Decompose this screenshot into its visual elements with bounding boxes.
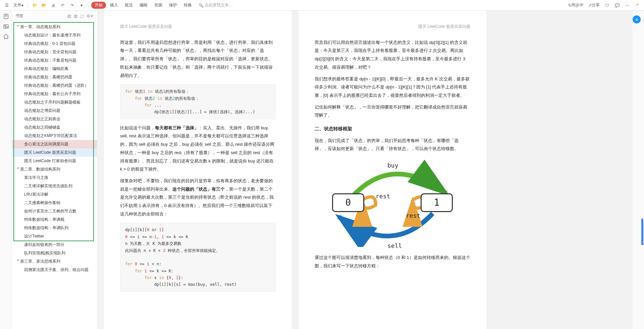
tree-chapter[interactable]: 第二章、数据结构系列: [12, 165, 97, 174]
bookmark-icon[interactable]: [3, 13, 9, 19]
page-header-left: 团灭 LeetCode 股票买卖问题: [120, 23, 276, 30]
rest-label-0: rest: [376, 191, 390, 202]
tree-leaf[interactable]: 二叉搜索树操作集锦: [12, 199, 97, 207]
tree-leaf[interactable]: 团灭 LeetCode 股票买卖问题: [12, 148, 97, 157]
tab-page[interactable]: 页面: [152, 2, 165, 8]
tree-chapter[interactable]: 第一章、动态规划系列: [12, 23, 97, 31]
tree-leaf[interactable]: 如何计算完全二叉树的节点数: [12, 207, 97, 215]
separator: [88, 3, 89, 8]
dropdown-icon[interactable]: ▾: [77, 1, 86, 9]
tree-leaf[interactable]: LRU算法详解: [12, 190, 97, 199]
code-block-1: for 状态1 in 状态1的所有取值： for 状态2 in 状态2的所有取值…: [120, 84, 276, 119]
tree-leaf[interactable]: 经典动态规划：高楼扔鸡蛋（进阶）: [12, 81, 97, 90]
tree-chapter[interactable]: 第三章、算法思维系列: [12, 257, 97, 266]
tree-leaf[interactable]: 动态规划设计：最长递增子序列: [12, 31, 97, 40]
paragraph: 很复杂对吧，不要怕，我们现在的目的只是穷举，你有再多的状态，老夫要做的就是一把梭…: [120, 177, 276, 218]
tab-protect[interactable]: 保护: [166, 2, 180, 8]
redo-icon[interactable]: ↷: [68, 1, 76, 9]
tree-leaf[interactable]: 经典动态规划：子集背包问题: [12, 56, 97, 65]
tree-leaf[interactable]: 贪心算法之区间调度问题: [12, 140, 97, 148]
state-0-box: 0: [332, 193, 364, 212]
paragraph: 我们想求的最终答案是 dp[n - 1][K][0]，即最后一天，最多允许 K …: [315, 75, 470, 100]
sync-status[interactable]: ↻ 同步中: [567, 1, 585, 9]
titlebar: ☰ 文件 ▾ 📁 📂 🖨 ↶ ↷ ▾ 开始 插入 批注 编辑 页面 保护 转换 …: [0, 0, 644, 11]
close-sidebar-icon[interactable]: ✕: [90, 14, 94, 18]
svg-rect-1: [4, 25, 8, 28]
menu-icon[interactable]: ☰: [3, 1, 11, 9]
separator: [28, 3, 28, 8]
state-1-box: 1: [421, 193, 453, 212]
open-icon[interactable]: 📁: [31, 1, 39, 9]
tree-leaf[interactable]: 递归反转链表的一部分: [12, 241, 97, 249]
tab-convert[interactable]: 转换: [181, 2, 195, 8]
tree-leaf[interactable]: 动态规划之正则表达: [12, 115, 97, 123]
tree-leaf[interactable]: 动态规划之子序列问题解题模板: [12, 98, 97, 107]
document-viewport[interactable]: 团灭 LeetCode 股票买卖问题 而这里，我们不用递归思想进行穷举，而是利用…: [97, 11, 632, 329]
image-icon[interactable]: [3, 23, 9, 29]
settings-icon[interactable]: ⚙: [87, 14, 90, 18]
tree-leaf[interactable]: 经典动态规划：完全背包问题: [12, 48, 97, 56]
right-rail: ⚙: [632, 11, 644, 329]
rest-label-1: rest: [406, 210, 420, 221]
tree-leaf[interactable]: 设计Twitter: [12, 232, 97, 241]
scrollbar-thumb[interactable]: [641, 218, 643, 245]
tree-leaf[interactable]: 经典动态规划：0-1 背包问题: [12, 40, 97, 48]
bookmark-sidebar: 书签 ▤ ▥ ▢ ⚙ ✕ 第一章、动态规划系列动态规划设计：最长递增子序列经典动…: [12, 11, 97, 329]
add-bookmark-icon[interactable]: ▢: [80, 14, 84, 18]
bookmark-tree: 第一章、动态规划系列动态规划设计：最长递增子序列经典动态规划：0-1 背包问题经…: [12, 21, 97, 329]
collapse-tree-icon[interactable]: ▥: [74, 14, 77, 18]
paragraph: 记住如何解释「状态」，一旦你觉得哪里不好理解，把它翻译成自然语言就容易理解了。: [315, 103, 470, 120]
heading-2: 二、状态转移框架: [315, 124, 470, 133]
tree-leaf[interactable]: 特殊数据结构：单调栈: [12, 215, 97, 224]
undo-icon[interactable]: ↶: [59, 1, 67, 9]
state-diagram: 0 1 buy sell rest rest: [325, 160, 460, 247]
tree-leaf[interactable]: 动态规划之KMP字符匹配算法: [12, 132, 97, 140]
more-icon[interactable]: ⋯: [623, 1, 631, 9]
share-button[interactable]: ↗ 分享: [587, 1, 601, 9]
tree-leaf[interactable]: 动态规划之博弈问题: [12, 107, 97, 115]
shield-icon[interactable]: 🛡: [603, 1, 611, 9]
buy-label: buy: [387, 160, 398, 171]
tree-leaf[interactable]: 队列实现栈|栈实现队列: [12, 249, 97, 257]
sidebar-header: 书签 ▤ ▥ ▢ ⚙ ✕: [12, 11, 97, 21]
code-block-2: dp[i][k][0 or 1] 0 <= i <= n-1, 1 <= k <…: [120, 223, 276, 292]
tree-leaf[interactable]: 经典动态规划：编辑距离: [12, 65, 97, 73]
page-left: 团灭 LeetCode 股票买卖问题 而这里，我们不用递归思想进行穷举，而是利用…: [104, 11, 292, 329]
page-right: 团灭 LeetCode 股票买卖问题 而且我们可以用自然语言描述出每一个状态的含…: [299, 11, 486, 329]
tree-leaf[interactable]: 经典动态规划：高楼扔鸡蛋: [12, 73, 97, 81]
tree-leaf[interactable]: 动态规划之四键键盘: [12, 123, 97, 132]
search-input[interactable]: 🔍 点此查找文本…: [199, 2, 566, 8]
tab-annotate[interactable]: 批注: [122, 2, 136, 8]
tab-insert[interactable]: 插入: [107, 2, 121, 8]
file-menu[interactable]: 文件 ▾: [12, 1, 25, 9]
search-icon: 🔍: [199, 3, 204, 8]
tree-leaf[interactable]: 经典动态规划：最长公共子序列: [12, 90, 97, 98]
paragraph: 而这里，我们不用递归思想进行穷举，而是利用「状态」进行穷举。我们具体到每一天，看…: [120, 39, 276, 80]
tab-start[interactable]: 开始: [91, 2, 106, 9]
tree-leaf[interactable]: 算法学习之路: [12, 174, 97, 182]
sidebar-title: 书签: [15, 13, 65, 19]
sell-label: sell: [387, 240, 402, 252]
chat-icon[interactable]: 💬: [613, 1, 621, 9]
print-icon[interactable]: 🖨: [49, 1, 57, 9]
paragraph: 现在，我们完成了「状态」的穷举，我们开始思考每种「状态」有哪些「选择」，应该如何…: [315, 137, 470, 153]
paragraph: 比如说这个问题，每天都有三种「选择」：买入、卖出、无操作，我们用 buy, se…: [120, 124, 276, 174]
tag-icon[interactable]: [3, 34, 9, 40]
tree-leaf[interactable]: 特殊数据结构：单调队列: [12, 224, 97, 232]
tree-leaf[interactable]: 回溯算法团灭子集、排列、组合问题: [12, 266, 97, 274]
paragraph: 而且我们可以用自然语言描述出每一个状态的含义，比如说 dp[3][2][1] 的…: [315, 39, 470, 72]
collapse-icon[interactable]: ^: [633, 1, 641, 9]
paragraph: 通过这个图可以很清楚地看到，每种状态（0 和 1）是如何转移而来的。根据这个图，…: [315, 254, 470, 270]
expand-icon[interactable]: ▤: [67, 14, 71, 18]
tree-leaf[interactable]: 团灭 LeetCode 打家劫舍问题: [12, 157, 97, 165]
tree-leaf[interactable]: 二叉堆详解实现优先级队列: [12, 182, 97, 190]
tab-edit[interactable]: 编辑: [137, 2, 150, 8]
svg-point-2: [5, 25, 6, 26]
folder-icon[interactable]: 📂: [40, 1, 48, 9]
left-rail: [0, 11, 12, 329]
assistant-badge[interactable]: ⚙: [633, 15, 641, 23]
page-header-right: 团灭 LeetCode 股票买卖问题: [315, 23, 470, 30]
